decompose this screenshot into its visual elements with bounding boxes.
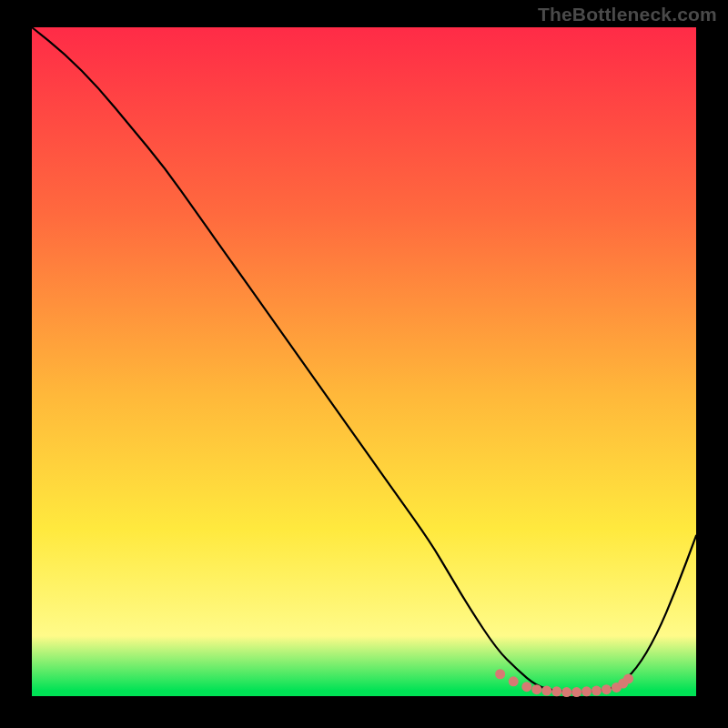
optimal-dot (571, 687, 581, 697)
optimal-dot (531, 684, 541, 694)
optimal-dot (521, 682, 531, 692)
optimal-dot (592, 686, 602, 696)
optimal-dot (602, 684, 612, 694)
bottleneck-chart (0, 0, 728, 728)
watermark-text: TheBottleneck.com (538, 4, 717, 25)
optimal-dot (581, 686, 592, 696)
optimal-dot (495, 669, 505, 679)
optimal-dot (623, 673, 633, 683)
chart-frame: TheBottleneck.com (0, 0, 728, 728)
optimal-dot (561, 687, 571, 697)
optimal-dot (509, 676, 519, 686)
optimal-dot (551, 686, 561, 696)
optimal-dot (541, 686, 551, 696)
